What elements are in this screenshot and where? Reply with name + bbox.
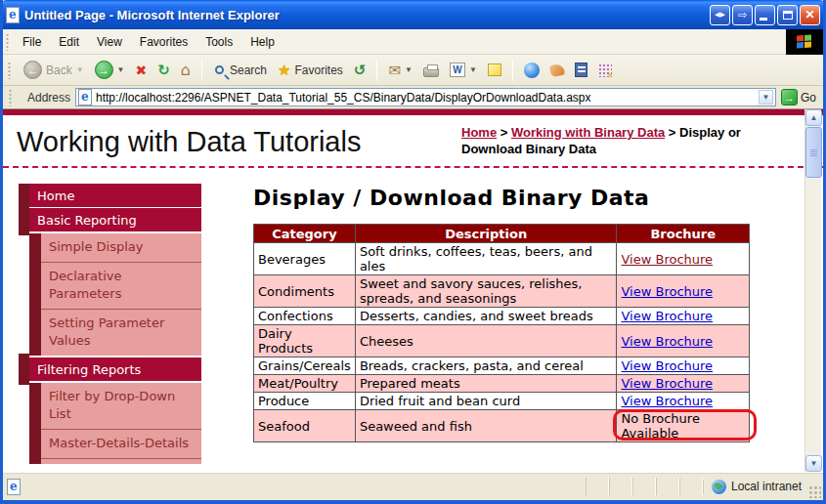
status-panes — [586, 478, 703, 495]
category-cell: Beverages — [254, 243, 356, 275]
sidebar-item-basic-reporting[interactable]: Basic Reporting — [29, 208, 201, 231]
description-cell: Prepared meats — [355, 375, 617, 393]
toolbar-separator — [201, 60, 202, 81]
menu-tools[interactable]: Tools — [196, 31, 241, 53]
discuss-button[interactable] — [485, 62, 504, 78]
windows-logo — [786, 29, 823, 55]
mail-icon: ✉ — [388, 62, 401, 79]
maximize-button[interactable] — [777, 5, 798, 25]
scrollbar-thumb[interactable] — [805, 127, 822, 178]
toolbar-grip[interactable] — [8, 62, 11, 79]
sidebar-item-master-details-details[interactable]: Master-Details-Details — [41, 429, 201, 458]
security-zone: Local intranet — [703, 480, 819, 494]
address-label: Address — [22, 91, 70, 105]
description-cell: Breads, crackers, pasta, and cereal — [355, 357, 617, 375]
forward-button[interactable]: → ▼ — [92, 59, 128, 81]
close-button[interactable]: ✕ — [800, 5, 820, 25]
split-view-button[interactable]: ◀▶ — [710, 5, 730, 25]
menu-view[interactable]: View — [88, 31, 131, 53]
addons-button[interactable] — [595, 62, 615, 79]
description-cell: Desserts, candies, and sweet breads — [355, 308, 617, 325]
journal-button[interactable] — [572, 61, 590, 79]
menu-file[interactable]: File — [14, 31, 50, 53]
sidebar-item-home[interactable]: Home — [29, 184, 201, 207]
table-header-row: Category Description Brochure — [254, 225, 750, 243]
vertical-scrollbar[interactable]: ▲ ▼ — [804, 109, 821, 472]
column-header-category: Category — [254, 225, 356, 243]
orange-addon-icon — [549, 63, 565, 77]
page-top-band — [3, 109, 823, 115]
sparkle-grid-icon — [598, 63, 612, 77]
back-button[interactable]: ← Back ▼ — [21, 59, 87, 81]
favorites-button[interactable]: ★ Favorites — [275, 60, 346, 81]
table-row: Dairy Products Cheeses View Brochure — [254, 325, 750, 357]
view-brochure-link[interactable]: View Brochure — [621, 309, 713, 323]
sidebar-item-filter-by-dropdown-list[interactable]: Filter by Drop-Down List — [41, 383, 201, 429]
no-brochure-text: No Brochure Available — [621, 411, 699, 441]
scroll-down-button[interactable]: ▼ — [805, 455, 822, 472]
search-button[interactable]: Search — [210, 62, 270, 79]
scroll-up-button[interactable]: ▲ — [805, 109, 822, 126]
menu-favorites[interactable]: Favorites — [131, 31, 196, 53]
toolbar-grip[interactable] — [6, 33, 9, 51]
stop-button[interactable]: ✖ — [133, 61, 151, 80]
breadcrumb-separator: > — [669, 125, 676, 140]
description-cell: Soft drinks, coffees, teas, beers, and a… — [355, 243, 617, 275]
research-button[interactable] — [547, 63, 567, 78]
zone-label: Local intranet — [731, 480, 802, 493]
address-bar: Address http://localhost:2296/ASPNET_Dat… — [3, 86, 823, 109]
resize-grip[interactable] — [808, 485, 821, 498]
view-brochure-link[interactable]: View Brochure — [621, 252, 713, 267]
column-header-description: Description — [355, 225, 617, 243]
address-input[interactable]: http://localhost:2296/ASPNET_Data_Tutori… — [75, 88, 776, 106]
mail-dropdown-icon: ▼ — [405, 65, 413, 74]
window-title: Untitled Page - Microsoft Internet Explo… — [24, 8, 710, 22]
edit-with-word-button[interactable]: W ▼ — [447, 61, 480, 79]
category-cell: Confections — [254, 308, 356, 325]
header-divider — [3, 166, 823, 168]
word-icon: W — [450, 63, 465, 77]
breadcrumb-binary-data-link[interactable]: Working with Binary Data — [511, 125, 665, 140]
view-brochure-link[interactable]: View Brochure — [621, 376, 713, 391]
home-button[interactable]: ⌂ — [178, 59, 194, 81]
refresh-button[interactable]: ↻ — [154, 60, 173, 81]
category-cell: Condiments — [254, 275, 356, 308]
minimize-button[interactable] — [755, 5, 775, 25]
sidebar-item-truncated — [41, 458, 201, 464]
mail-button[interactable]: ✉ ▼ — [385, 60, 415, 81]
category-cell: Produce — [254, 393, 356, 410]
history-button[interactable]: ↺ — [351, 60, 370, 81]
view-brochure-link[interactable]: View Brochure — [621, 358, 713, 373]
intranet-globe-icon — [712, 480, 726, 494]
sidebar-item-setting-parameter-values[interactable]: Setting Parameter Values — [41, 309, 201, 356]
table-row: Grains/Cereals Breads, crackers, pasta, … — [254, 357, 750, 375]
main-content: Display / Download Binary Data Category … — [253, 184, 797, 442]
go-button[interactable]: → Go — [781, 89, 820, 105]
table-row: Beverages Soft drinks, coffees, teas, be… — [254, 243, 750, 275]
sidebar-item-filtering-reports[interactable]: Filtering Reports — [29, 357, 201, 381]
address-dropdown-button[interactable]: ▼ — [759, 90, 773, 105]
toolbar-separator — [512, 60, 513, 81]
sidebar-item-declarative-parameters[interactable]: Declarative Parameters — [41, 262, 201, 309]
menu-bar: File Edit View Favorites Tools Help — [3, 29, 823, 55]
status-bar: Local intranet — [3, 472, 823, 500]
view-brochure-link[interactable]: View Brochure — [621, 394, 713, 408]
forward-dropdown-icon: ▼ — [117, 65, 125, 74]
popout-button[interactable]: ⇨ — [732, 5, 753, 25]
sidebar-item-simple-display[interactable]: Simple Display — [41, 233, 201, 262]
messenger-button[interactable] — [521, 61, 543, 80]
sidebar-subgroup: Filter by Drop-Down List Master-Details-… — [29, 383, 201, 464]
print-button[interactable] — [420, 62, 442, 79]
view-brochure-link[interactable]: View Brochure — [621, 284, 713, 299]
view-brochure-link[interactable]: View Brochure — [621, 334, 713, 349]
refresh-icon: ↻ — [157, 62, 170, 79]
title-bar[interactable]: Untitled Page - Microsoft Internet Explo… — [0, 0, 826, 29]
category-cell: Grains/Cereals — [254, 357, 356, 375]
menu-edit[interactable]: Edit — [50, 31, 88, 53]
breadcrumb-home-link[interactable]: Home — [461, 125, 497, 140]
address-url: http://localhost:2296/ASPNET_Data_Tutori… — [96, 91, 755, 105]
site-title: Working with Data Tutorials — [17, 126, 361, 158]
toolbar-grip[interactable] — [9, 89, 12, 106]
menu-help[interactable]: Help — [241, 31, 283, 53]
toolbar-separator — [376, 60, 377, 81]
